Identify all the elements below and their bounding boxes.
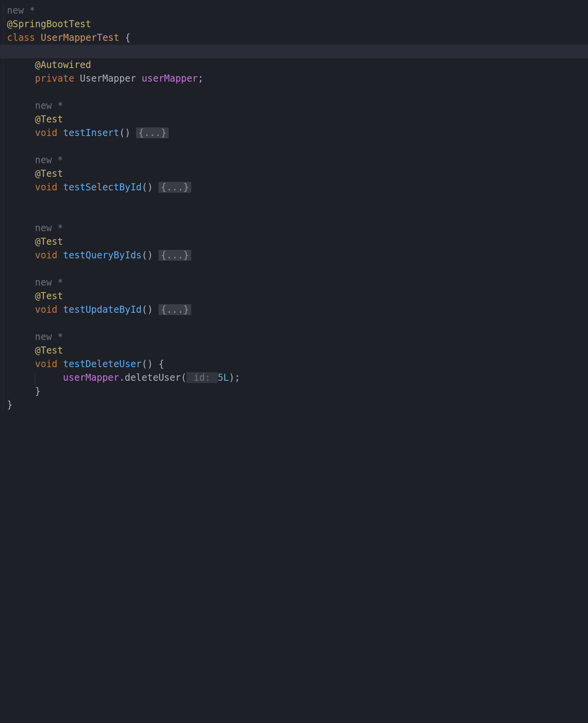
fold-toggle[interactable]: {...} <box>159 182 191 193</box>
annotation-line: @Test <box>7 113 588 126</box>
void-keyword: void <box>35 304 58 315</box>
hint-line: new * <box>7 99 588 113</box>
class-name: UserMapperTest <box>41 32 119 43</box>
method-name-testquerybyids: testQueryByIds <box>63 250 141 261</box>
blank-line-highlighted <box>0 45 588 58</box>
method-close-brace: } <box>7 385 588 398</box>
springboot-test-annotation: @SpringBootTest <box>7 19 91 30</box>
dot: . <box>119 372 125 383</box>
method-line-testupdatebyid: void testUpdateById() {...} <box>7 303 588 317</box>
test-annotation: @Test <box>35 291 63 301</box>
method-line-testselectbyid: void testSelectById() {...} <box>7 181 588 194</box>
void-keyword: void <box>35 182 58 193</box>
blank-line <box>7 208 588 221</box>
vcs-hint: new * <box>35 277 63 288</box>
blank-line <box>7 140 588 153</box>
open-brace: { <box>119 32 131 43</box>
parentheses: () <box>119 127 136 138</box>
private-keyword: private <box>35 73 74 84</box>
close-brace: } <box>7 399 12 410</box>
blank-line <box>7 194 588 208</box>
method-name-testdeleteuser: testDeleteUser <box>63 359 141 369</box>
test-annotation: @Test <box>35 114 63 125</box>
annotation-line: @Test <box>7 344 588 357</box>
void-keyword: void <box>35 359 58 369</box>
parentheses: () <box>142 250 159 261</box>
blank-line <box>7 85 588 99</box>
method-name-testinsert: testInsert <box>63 127 119 138</box>
annotation-line: @Test <box>7 167 588 181</box>
method-name-testupdatebyid: testUpdateById <box>63 304 141 315</box>
parentheses: () <box>142 182 159 193</box>
test-annotation: @Test <box>35 345 63 356</box>
vcs-hint: new * <box>7 5 35 16</box>
hint-line: new * <box>7 221 588 235</box>
annotation-line: @Autowired <box>7 58 588 72</box>
blank-line <box>7 317 588 330</box>
hint-line: new * <box>7 153 588 167</box>
fold-toggle[interactable]: {...} <box>159 250 191 261</box>
hint-line: new * <box>7 330 588 344</box>
class-keyword: class <box>7 32 35 43</box>
void-keyword: void <box>35 250 58 261</box>
param-hint: id: <box>187 372 218 383</box>
parentheses-open-brace: () { <box>142 359 164 369</box>
test-annotation: @Test <box>35 168 63 179</box>
fold-toggle[interactable]: {...} <box>136 127 169 138</box>
field-type: UserMapper <box>80 73 136 84</box>
annotation-line: @SpringBootTest <box>7 17 588 31</box>
method-body-line: userMapper.deleteUser( id: 5L); <box>7 371 588 385</box>
call-method: deleteUser <box>125 372 181 383</box>
class-declaration-line: class UserMapperTest { <box>7 31 588 45</box>
method-line-testquerybyids: void testQueryByIds() {...} <box>7 249 588 262</box>
number-literal: 5L <box>218 372 229 383</box>
method-line-testdeleteuser: void testDeleteUser() { <box>7 357 588 371</box>
method-name-testselectbyid: testSelectById <box>63 182 141 193</box>
semicolon: ; <box>198 73 203 84</box>
annotation-line: @Test <box>7 235 588 249</box>
autowired-annotation: @Autowired <box>35 59 91 70</box>
annotation-line: @Test <box>7 289 588 303</box>
vcs-hint: new * <box>35 331 63 342</box>
field-name: userMapper <box>142 73 198 84</box>
close-paren-semicolon: ); <box>229 372 240 383</box>
void-keyword: void <box>35 127 58 138</box>
vcs-hint: new * <box>35 223 63 233</box>
parentheses: () <box>142 304 159 315</box>
field-line: private UserMapper userMapper; <box>7 72 588 85</box>
gutter-border <box>3 4 3 412</box>
method-line-testinsert: void testInsert() {...} <box>7 126 588 140</box>
hint-line: new * <box>7 4 588 17</box>
code-editor[interactable]: new * @SpringBootTest class UserMapperTe… <box>0 4 588 412</box>
close-brace: } <box>35 386 40 397</box>
class-close-brace-line: } <box>7 398 588 412</box>
open-paren: ( <box>181 372 186 383</box>
vcs-hint: new * <box>35 155 63 166</box>
fold-toggle[interactable]: {...} <box>159 304 191 315</box>
blank-line <box>7 262 588 276</box>
call-target: userMapper <box>63 372 119 383</box>
vcs-hint: new * <box>35 100 63 111</box>
test-annotation: @Test <box>35 236 63 247</box>
hint-line: new * <box>7 276 588 289</box>
